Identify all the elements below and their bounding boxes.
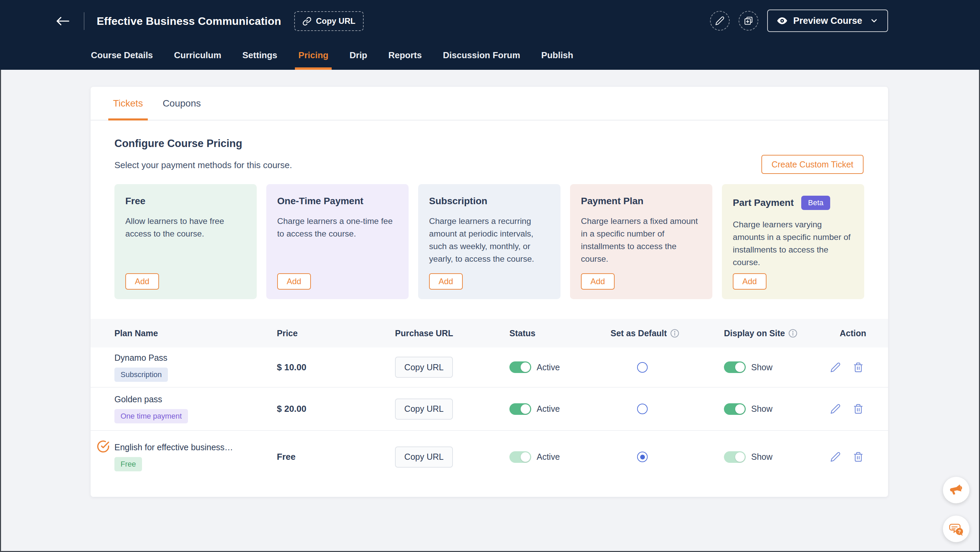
method-description: Charge learners a one-time fee to access…: [277, 215, 398, 240]
display-toggle[interactable]: [724, 362, 746, 373]
plan-type-badge: One time payment: [115, 409, 188, 424]
method-card-subscription: Subscription Charge learners a recurring…: [418, 184, 560, 299]
add-free-button[interactable]: Add: [125, 273, 159, 290]
method-card-payment-plan: Payment Plan Charge learners a fixed amo…: [570, 184, 712, 299]
chevron-down-icon: [870, 16, 878, 25]
course-nav-tabs: Course Details Curriculum Settings Prici…: [91, 50, 573, 70]
plan-name: Golden pass: [115, 395, 162, 404]
plan-name: Dynamo Pass: [115, 353, 167, 363]
section-heading: Configure Course Pricing: [115, 138, 864, 150]
method-card-one-time: One-Time Payment Charge learners a one-t…: [266, 184, 409, 299]
tab-drip[interactable]: Drip: [349, 50, 367, 70]
set-default-radio[interactable]: [637, 404, 648, 414]
copy-url-button[interactable]: Copy URL: [395, 398, 453, 420]
course-title: Effective Business Communication: [97, 15, 281, 28]
beta-badge: Beta: [801, 196, 830, 210]
col-display-site: Display on Site: [724, 328, 830, 338]
display-toggle[interactable]: [724, 403, 746, 415]
method-title: Part Payment: [733, 197, 794, 208]
method-card-free: Free Allow learners to have free access …: [115, 184, 257, 299]
plan-name: English for effective business…: [115, 443, 233, 452]
method-description: Charge learners a fixed amount in a spec…: [581, 215, 702, 265]
table-row-dynamo-pass: Dynamo Pass Subscription $ 10.00 Copy UR…: [91, 347, 888, 388]
duplicate-icon: [744, 16, 753, 25]
tab-coupons[interactable]: Coupons: [158, 87, 206, 120]
set-default-radio[interactable]: [637, 362, 648, 373]
pricing-panel: Tickets Coupons Configure Course Pricing…: [91, 87, 888, 497]
add-part-payment-button[interactable]: Add: [733, 273, 767, 290]
table-row-english-course: English for effective business… Free Fre…: [91, 431, 888, 483]
status-toggle[interactable]: [509, 451, 531, 463]
status-label: Active: [537, 362, 560, 372]
copy-url-button[interactable]: Copy URL: [395, 357, 453, 378]
preview-course-button[interactable]: Preview Course: [767, 10, 888, 32]
method-card-part-payment: Part Payment Beta Charge learners varyin…: [722, 184, 864, 299]
info-icon[interactable]: [670, 329, 679, 338]
display-label: Show: [751, 362, 773, 372]
delete-icon[interactable]: [853, 404, 864, 414]
col-display-site-label: Display on Site: [724, 328, 785, 338]
col-status: Status: [509, 328, 611, 338]
delete-icon[interactable]: [853, 452, 864, 462]
copy-url-label: Copy URL: [316, 16, 355, 26]
add-payment-plan-button[interactable]: Add: [581, 273, 615, 290]
megaphone-icon: [948, 482, 965, 498]
status-toggle[interactable]: [509, 403, 531, 415]
plans-table-header: Plan Name Price Purchase URL Status Set …: [91, 319, 888, 347]
help-fab[interactable]: ?: [943, 516, 969, 542]
header-divider: [84, 12, 84, 30]
app-screen: Effective Business Communication Copy UR…: [0, 0, 980, 552]
create-custom-ticket-button[interactable]: Create Custom Ticket: [761, 155, 864, 174]
announcements-fab[interactable]: [943, 477, 969, 503]
edit-icon[interactable]: [830, 362, 841, 373]
col-price: Price: [277, 328, 395, 338]
info-icon[interactable]: [788, 329, 797, 338]
tab-discussion-forum[interactable]: Discussion Forum: [443, 50, 520, 70]
preview-course-label: Preview Course: [793, 16, 862, 26]
edit-icon[interactable]: [830, 452, 841, 462]
method-description: Charge learners a recurring amount at pe…: [429, 215, 550, 265]
add-subscription-button[interactable]: Add: [429, 273, 463, 290]
plan-price: Free: [277, 452, 395, 462]
method-title: Payment Plan: [581, 196, 702, 206]
plan-price: $ 20.00: [277, 404, 395, 414]
tab-settings[interactable]: Settings: [242, 50, 277, 70]
add-one-time-button[interactable]: Add: [277, 273, 311, 290]
plan-price: $ 10.00: [277, 362, 395, 373]
selected-check-icon: [97, 440, 110, 453]
edit-icon[interactable]: [830, 404, 841, 414]
method-description: Charge learners varying amounts in a spe…: [733, 218, 853, 268]
display-toggle[interactable]: [724, 451, 746, 463]
tab-course-details[interactable]: Course Details: [91, 50, 153, 70]
eye-icon: [777, 17, 788, 25]
display-label: Show: [751, 404, 773, 414]
method-title: Subscription: [429, 196, 550, 206]
pencil-icon: [715, 16, 725, 25]
back-button[interactable]: [53, 11, 72, 31]
delete-icon[interactable]: [853, 362, 864, 373]
col-set-default: Set as Default: [611, 328, 724, 338]
tab-tickets[interactable]: Tickets: [108, 87, 148, 120]
link-icon: [302, 17, 312, 26]
arrow-left-icon: [55, 16, 70, 27]
status-label: Active: [537, 452, 560, 462]
svg-text:?: ?: [958, 529, 961, 534]
copy-url-button[interactable]: Copy URL: [395, 446, 453, 468]
edit-course-button[interactable]: [710, 11, 730, 31]
plan-type-badge: Subscription: [115, 368, 168, 382]
method-title: One-Time Payment: [277, 196, 398, 206]
section-subheading: Select your payment methods for this cou…: [115, 160, 864, 170]
col-set-default-label: Set as Default: [611, 328, 667, 338]
tab-pricing[interactable]: Pricing: [298, 50, 328, 70]
tab-reports[interactable]: Reports: [388, 50, 422, 70]
col-action: Action: [830, 328, 888, 338]
set-default-radio[interactable]: [637, 452, 648, 462]
status-toggle[interactable]: [509, 362, 531, 373]
copy-course-url-button[interactable]: Copy URL: [294, 11, 364, 31]
tab-curriculum[interactable]: Curriculum: [174, 50, 221, 70]
tab-publish[interactable]: Publish: [541, 50, 573, 70]
duplicate-course-button[interactable]: [738, 11, 758, 31]
plan-type-badge: Free: [115, 457, 142, 471]
plans-table: Plan Name Price Purchase URL Status Set …: [91, 319, 888, 483]
help-chat-icon: ?: [948, 521, 964, 537]
